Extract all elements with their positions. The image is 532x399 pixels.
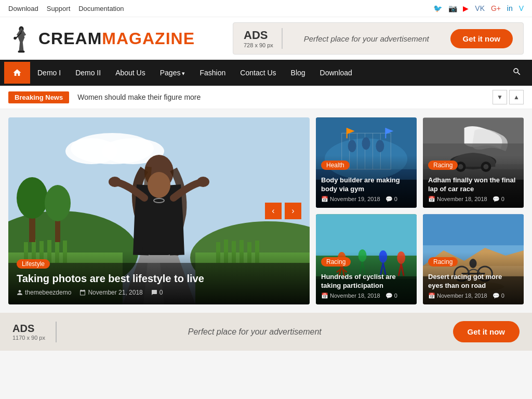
svg-rect-66	[316, 214, 417, 256]
nav-home-button[interactable]	[4, 62, 30, 84]
side-post-4-date: 📅 November 18, 2018	[428, 292, 487, 299]
featured-slider-controls: ‹ ›	[265, 203, 301, 219]
social-youtube-icon[interactable]: ▶	[463, 4, 469, 12]
side-post-4-category: Racing	[428, 257, 458, 267]
header-ad-label-group: ADS 728 x 90 px	[244, 29, 273, 48]
topbar-link-support[interactable]: Support	[47, 5, 71, 12]
header-ad-label: ADS	[244, 29, 273, 42]
logo-cream: CREAM	[38, 29, 102, 48]
header-ad-button[interactable]: Get it now	[450, 29, 513, 48]
breaking-prev-button[interactable]: ▼	[493, 90, 507, 104]
social-vk-icon[interactable]: VK	[475, 4, 485, 12]
side-post-4-comments: 💬 0	[493, 292, 504, 299]
nav-item-blog[interactable]: Blog	[284, 61, 313, 84]
main-nav: Demo I Demo II About Us Pages Fashion Co…	[0, 60, 532, 86]
side-post-2-meta: 📅 November 18, 2018 💬 0	[428, 196, 518, 203]
svg-point-35	[197, 177, 209, 187]
side-post-4[interactable]: Racing Desert racing got more eyes than …	[423, 214, 524, 304]
search-icon	[512, 67, 522, 76]
logo-statue-icon	[8, 23, 34, 54]
nav-item-demo2[interactable]: Demo II	[68, 61, 108, 84]
svg-point-49	[362, 137, 370, 150]
breaking-news-controls: ▼ ▲	[493, 90, 524, 104]
side-post-1-overlay: Health Body builder are making body via …	[316, 155, 417, 208]
svg-point-36	[148, 172, 170, 198]
nav-item-pages[interactable]: Pages	[153, 61, 193, 84]
breaking-news-bar: Breaking News Women should make their fi…	[0, 86, 532, 109]
side-post-2-title: Adham finally won the final lap of car r…	[428, 176, 518, 194]
side-post-1-meta: 📅 November 19, 2018 💬 0	[321, 196, 411, 203]
nav-item-demo1[interactable]: Demo I	[30, 61, 68, 84]
side-post-2-date: 📅 November 18, 2018	[428, 196, 487, 203]
side-post-2-category: Racing	[428, 161, 458, 170]
featured-category: Lifestyle	[17, 259, 50, 269]
header-ad-divider	[282, 28, 283, 49]
svg-point-50	[376, 140, 384, 152]
logo-magazine: MAGAZINE	[102, 29, 195, 48]
featured-title: Taking photos are best lifestyle to live	[17, 273, 301, 285]
bottom-ad-divider	[56, 322, 57, 342]
logo-text: CREAMMAGAZINE	[38, 29, 195, 48]
svg-point-29	[17, 177, 48, 219]
featured-post: ‹ › Lifestyle Taking photos are best lif…	[8, 117, 310, 304]
bottom-ad-text: Perfect place for your advertisement	[67, 327, 443, 337]
side-post-3[interactable]: Racing Hundreds of cyclist are taking pa…	[316, 214, 417, 304]
bottom-ad-label: ADS	[12, 323, 45, 335]
slider-prev-button[interactable]: ‹	[265, 203, 282, 219]
side-post-3-overlay: Racing Hundreds of cyclist are taking pa…	[316, 252, 417, 304]
header-ad-size: 728 x 90 px	[244, 42, 273, 48]
featured-overlay: Lifestyle Taking photos are best lifesty…	[8, 251, 310, 304]
featured-author: themebeezdemo	[17, 289, 71, 296]
svg-point-31	[45, 185, 71, 221]
slider-next-button[interactable]: ›	[285, 203, 301, 219]
social-instagram-icon[interactable]: 📷	[448, 4, 457, 12]
side-post-1-comments: 💬 0	[385, 196, 397, 203]
nav-item-download[interactable]: Download	[313, 61, 360, 84]
side-post-2-overlay: Racing Adham finally won the final lap o…	[423, 155, 524, 208]
top-bar-social: 🐦 📷 ▶ VK G+ in V	[429, 4, 524, 12]
topbar-link-download[interactable]: Download	[8, 5, 38, 12]
bottom-ad-button[interactable]: Get it now	[453, 321, 520, 342]
main-content: ‹ › Lifestyle Taking photos are best lif…	[0, 109, 532, 313]
side-posts-grid: Health Body builder are making body via …	[316, 117, 524, 304]
breaking-news-text: Women should make their figure more	[77, 93, 484, 101]
svg-point-5	[14, 37, 17, 40]
logo: CREAMMAGAZINE	[8, 23, 195, 54]
svg-rect-3	[18, 51, 25, 53]
side-post-1-category: Health	[321, 161, 350, 170]
side-post-2-comments: 💬 0	[493, 196, 504, 203]
nav-item-contact[interactable]: Contact Us	[233, 61, 283, 84]
bottom-ad-label-group: ADS 1170 x 90 px	[12, 323, 45, 341]
bottom-ad-banner: ADS 1170 x 90 px Perfect place for your …	[0, 313, 532, 351]
header-ad-text: Perfect place for your advertisement	[291, 34, 442, 43]
top-bar: Download Support Documentation 🐦 📷 ▶ VK …	[0, 0, 532, 17]
nav-search-button[interactable]	[506, 60, 528, 86]
side-post-3-comments: 💬 0	[385, 292, 397, 299]
side-post-4-overlay: Racing Desert racing got more eyes than …	[423, 252, 524, 304]
header-ad-banner: ADS 728 x 90 px Perfect place for your a…	[233, 22, 524, 55]
side-post-2[interactable]: Racing Adham finally won the final lap o…	[423, 117, 524, 208]
side-post-3-category: Racing	[321, 257, 351, 267]
social-vimeo-icon[interactable]: V	[519, 4, 524, 12]
side-post-4-meta: 📅 November 18, 2018 💬 0	[428, 292, 518, 299]
nav-item-fashion[interactable]: Fashion	[193, 61, 233, 84]
side-post-1-date: 📅 November 19, 2018	[321, 196, 380, 203]
side-post-3-meta: 📅 November 18, 2018 💬 0	[321, 292, 411, 299]
side-post-1[interactable]: Health Body builder are making body via …	[316, 117, 417, 208]
header: CREAMMAGAZINE ADS 728 x 90 px Perfect pl…	[0, 17, 532, 60]
social-google-icon[interactable]: G+	[491, 4, 501, 12]
svg-point-48	[348, 140, 356, 152]
featured-date: November 21, 2018	[79, 289, 142, 296]
home-icon	[12, 68, 22, 77]
side-post-3-date: 📅 November 18, 2018	[321, 292, 380, 299]
social-twitter-icon[interactable]: 🐦	[433, 4, 442, 12]
social-linkedin-icon[interactable]: in	[507, 4, 513, 12]
comment-icon	[151, 289, 157, 296]
side-post-4-title: Desert racing got more eyes than on road	[428, 273, 518, 290]
breaking-next-button[interactable]: ▲	[509, 90, 524, 104]
bottom-ad-size: 1170 x 90 px	[12, 335, 45, 341]
nav-item-about[interactable]: About Us	[108, 61, 153, 84]
topbar-link-documentation[interactable]: Documentation	[78, 5, 124, 12]
svg-point-34	[109, 177, 121, 187]
breaking-news-label: Breaking News	[8, 91, 69, 103]
